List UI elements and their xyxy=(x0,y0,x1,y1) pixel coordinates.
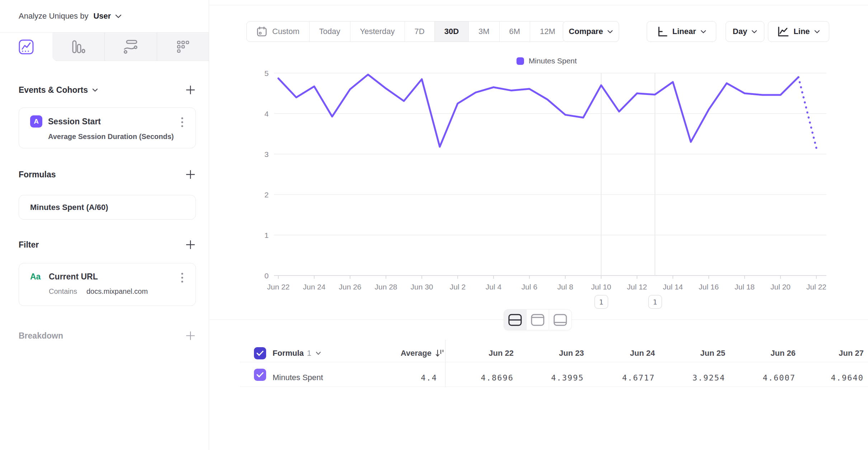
formula-group-label: Formula xyxy=(273,349,304,358)
formulas-section-header: Formulas xyxy=(19,168,196,181)
date-range-selector: CustomTodayYesterday7D30D3M6M12M xyxy=(246,21,565,42)
x-tick-label: Jul 2 xyxy=(450,283,466,291)
filter-card-menu-button[interactable] xyxy=(177,271,188,285)
y-tick-label: 0 xyxy=(264,272,269,280)
date-column-header[interactable]: Jun 23 xyxy=(559,345,584,362)
add-filter-button[interactable] xyxy=(185,239,196,250)
tab-insights[interactable] xyxy=(0,33,52,61)
metrics-grid-icon xyxy=(175,38,191,55)
range-label: Today xyxy=(319,27,340,36)
linear-scale-icon xyxy=(657,26,667,37)
layout-split-view-button[interactable] xyxy=(504,310,526,330)
filter-card-title[interactable]: Current URL xyxy=(49,272,98,282)
events-cohorts-section-header: Events & Cohorts xyxy=(19,83,196,96)
date-column-header[interactable]: Jun 25 xyxy=(700,345,725,362)
layout-table-only-button[interactable] xyxy=(549,310,571,330)
series-checkbox[interactable] xyxy=(254,369,266,381)
range-label: 7D xyxy=(415,27,425,36)
series-row-label[interactable]: Minutes Spent xyxy=(273,369,323,386)
chart-type-button[interactable]: Line xyxy=(768,21,829,42)
insights-report: Analyze Uniques by User xyxy=(0,0,868,450)
range-today[interactable]: Today xyxy=(309,21,350,42)
top-divider xyxy=(209,5,868,5)
tab-retention[interactable] xyxy=(157,33,209,61)
x-tick-label: Jun 24 xyxy=(303,283,325,291)
legend-swatch xyxy=(516,57,524,65)
check-icon xyxy=(256,372,264,378)
tab-flows[interactable] xyxy=(104,33,157,61)
add-event-button[interactable] xyxy=(185,85,196,95)
filter-card-current-url[interactable]: Aa Current URL Contains docs.mixpanel.co… xyxy=(19,263,196,306)
range-custom[interactable]: Custom xyxy=(247,21,309,42)
series-line[interactable] xyxy=(278,75,798,147)
date-column-header[interactable]: Jun 24 xyxy=(630,345,655,362)
calendar-icon xyxy=(256,26,267,37)
range-yesterday[interactable]: Yesterday xyxy=(350,21,405,42)
analyze-uniques-row: Analyze Uniques by User xyxy=(0,0,209,33)
add-breakdown-button[interactable] xyxy=(185,330,196,341)
range-12m[interactable]: 12M xyxy=(530,21,565,42)
formula-group-number: 1 xyxy=(307,349,311,358)
x-tick-label: Jul 6 xyxy=(522,283,537,291)
series-value-cell: 3.9254 xyxy=(693,369,725,386)
insights-chart-icon xyxy=(18,39,34,55)
line-chart-canvas[interactable]: 012345Jun 22Jun 24Jun 26Jun 28Jun 30Jul … xyxy=(242,68,852,319)
report-main-panel: CustomTodayYesterday7D30D3M6M12M Compare… xyxy=(209,0,868,450)
layout-chart-only-button[interactable] xyxy=(526,310,549,330)
interval-label: Day xyxy=(733,27,747,36)
range-30d[interactable]: 30D xyxy=(434,21,468,42)
filter-operator[interactable]: Contains xyxy=(49,287,77,296)
x-tick-label: Jul 22 xyxy=(806,283,826,291)
top-panel-icon xyxy=(530,313,545,326)
chevron-down-icon xyxy=(115,14,122,18)
scale-button[interactable]: Linear xyxy=(647,21,716,42)
series-value-cell: 4.6717 xyxy=(622,369,655,386)
legend-series-label: Minutes Spent xyxy=(529,57,577,65)
chart-legend[interactable]: Minutes Spent xyxy=(242,57,852,65)
range-3m[interactable]: 3M xyxy=(468,21,499,42)
formula-group-header[interactable]: Formula 1 xyxy=(273,345,321,362)
date-column-header[interactable]: Jun 22 xyxy=(489,345,514,362)
range-label: 12M xyxy=(540,27,555,36)
add-formula-button[interactable] xyxy=(185,169,196,180)
kebab-menu-icon xyxy=(181,117,183,127)
line-chart[interactable]: 012345Jun 22Jun 24Jun 26Jun 28Jun 30Jul … xyxy=(242,68,852,319)
series-value-cell: 4.8696 xyxy=(481,369,514,386)
filter-value[interactable]: docs.mixpanel.com xyxy=(86,287,148,296)
line-chart-icon xyxy=(777,26,789,37)
range-label: 3M xyxy=(478,27,490,36)
range-7d[interactable]: 7D xyxy=(405,21,434,42)
chevron-down-icon xyxy=(316,351,321,355)
date-column-header[interactable]: Jun 27 xyxy=(839,345,864,362)
x-tick-label: Jul 12 xyxy=(627,283,647,291)
formula-card-minutes-spent[interactable]: Minutes Spent (A/60) xyxy=(19,195,196,220)
filter-section-header: Filter xyxy=(19,238,196,251)
interval-button[interactable]: Day xyxy=(726,21,764,42)
event-card-aggregation[interactable]: Average Session Duration (Seconds) xyxy=(48,133,187,141)
compare-button[interactable]: Compare xyxy=(563,21,619,42)
series-value-cell: 4.9640 xyxy=(831,369,864,386)
analyze-uniques-label: Analyze Uniques by xyxy=(19,11,88,21)
kebab-menu-icon xyxy=(181,273,183,283)
date-column-header[interactable]: Jun 26 xyxy=(770,345,796,362)
series-line-incomplete[interactable] xyxy=(798,77,816,148)
annotation-badge-label: 1 xyxy=(599,298,603,306)
formulas-title: Formulas xyxy=(19,170,56,179)
event-card-session-start[interactable]: A Session Start Average Session Duration… xyxy=(19,107,196,148)
average-column-header[interactable]: Average xyxy=(401,345,444,362)
filter-title: Filter xyxy=(19,240,39,250)
event-card-menu-button[interactable] xyxy=(177,115,188,129)
range-6m[interactable]: 6M xyxy=(499,21,530,42)
x-tick-label: Jul 18 xyxy=(735,283,755,291)
chevron-down-icon xyxy=(700,30,706,34)
events-cohorts-title[interactable]: Events & Cohorts xyxy=(19,85,98,95)
event-card-title[interactable]: Session Start xyxy=(48,117,101,126)
formula-group-checkbox[interactable] xyxy=(254,347,266,359)
chevron-down-icon xyxy=(751,30,757,34)
x-tick-label: Jul 10 xyxy=(591,283,611,291)
analyze-uniques-value[interactable]: User xyxy=(93,11,111,21)
tab-funnels[interactable] xyxy=(52,33,105,61)
x-tick-label: Jun 26 xyxy=(339,283,361,291)
chart-type-label: Line xyxy=(793,27,810,36)
events-cohorts-title-text: Events & Cohorts xyxy=(19,85,88,95)
